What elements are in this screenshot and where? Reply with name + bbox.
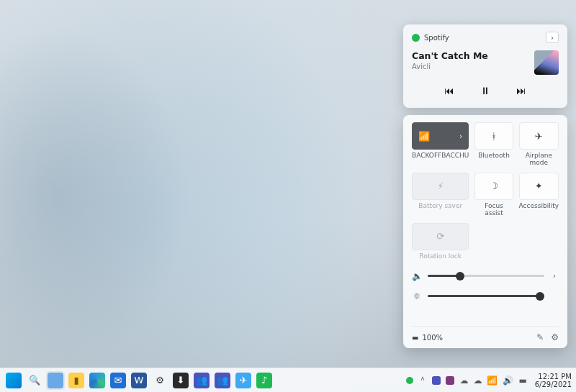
media-next-button[interactable]: ⏭ [516, 85, 526, 96]
taskbar-app-teams-alt[interactable]: 👥 [213, 371, 232, 390]
taskbar-app-explorer[interactable]: ▮ [67, 371, 86, 390]
tray-cloud-icon[interactable]: ☁ [473, 375, 482, 386]
qs-tile-accessibility[interactable]: ✦ [519, 173, 559, 200]
qs-tile-battery-saver: ⚡ [412, 173, 469, 200]
media-prev-button[interactable]: ⏮ [444, 85, 454, 96]
tray-volume-icon[interactable]: 🔊 [503, 375, 513, 386]
taskbar-app-mail[interactable]: ✉ [109, 371, 127, 390]
settings-button[interactable]: ⚙ [551, 332, 559, 342]
battery-icon: ▬ [412, 334, 418, 342]
taskbar-app-spotify[interactable]: ♪ [255, 371, 274, 390]
media-track-title: Can't Catch Me [412, 50, 527, 61]
qs-tile-label: Bluetooth [478, 152, 510, 160]
qs-tile-rotation-lock: ⟳ [412, 223, 469, 250]
media-expand-button[interactable]: › [546, 32, 559, 43]
chevron-right-icon[interactable]: › [550, 271, 559, 281]
taskbar-search-button[interactable]: 🔍 [25, 371, 44, 390]
taskbar-app-word[interactable]: W [130, 371, 148, 390]
media-pause-button[interactable]: ⏸ [480, 85, 490, 96]
brightness-slider[interactable]: ☼ [412, 291, 559, 301]
qs-tile-label: BACKOFFBACCHU [412, 152, 469, 160]
tray-onenote-icon[interactable] [446, 376, 454, 385]
rotation-lock-icon: ⟳ [436, 231, 444, 242]
quick-settings-panel: 📶›BACKOFFBACCHUᚼBluetooth✈Airplane mode⚡… [403, 115, 567, 348]
brightness-icon: ☼ [412, 291, 422, 301]
media-app-name: Spotify [424, 34, 449, 42]
taskbar-clock[interactable]: 12:21 PM 6/29/2021 [535, 373, 572, 388]
tray-spotify-icon[interactable] [406, 377, 413, 384]
tray-overflow-icon[interactable]: ＾ [418, 374, 427, 386]
qs-tile-airplane[interactable]: ✈ [519, 122, 559, 150]
spotify-icon [412, 34, 420, 42]
taskbar-start-button[interactable] [4, 371, 23, 390]
taskbar-tray: ＾ ☁ ☁ 📶 🔊 ▬ 12:21 PM 6/29/2021 [406, 373, 572, 388]
taskbar-app-teams[interactable]: 👥 [192, 371, 211, 390]
wifi-icon: 📶 [418, 131, 430, 142]
taskbar-app-store[interactable]: ⬇ [171, 371, 190, 390]
tray-onedrive-icon[interactable]: ☁ [459, 375, 468, 386]
taskbar: 🔍 ▮ ✉ W ⚙ ⬇ 👥 👥 ✈ ♪ ＾ ☁ ☁ 📶 🔊 ▬ 12:21 PM… [0, 368, 576, 392]
media-album-art [534, 50, 559, 75]
battery-percent: 100% [422, 334, 443, 342]
accessibility-icon: ✦ [535, 181, 543, 191]
qs-tile-label: Rotation lock [419, 253, 462, 261]
taskbar-app-settings[interactable]: ⚙ [150, 371, 169, 390]
tray-wifi-icon[interactable]: 📶 [487, 375, 498, 386]
moon-icon: ☽ [490, 181, 498, 191]
qs-tile-wifi[interactable]: 📶› [412, 122, 469, 150]
taskbar-app-chat[interactable]: ✈ [234, 371, 253, 390]
edit-quick-settings-button[interactable]: ✎ [536, 332, 544, 342]
taskbar-app-edge[interactable] [88, 371, 107, 390]
airplane-icon: ✈ [535, 131, 543, 142]
battery-saver-icon: ⚡ [437, 181, 444, 191]
taskbar-app-generic[interactable] [46, 371, 65, 390]
qs-tile-label: Battery saver [418, 203, 462, 211]
tray-teams-icon[interactable] [432, 376, 441, 385]
qs-tile-moon[interactable]: ☽ [474, 173, 513, 200]
qs-tile-label: Accessibility [519, 203, 559, 211]
qs-tile-label: Focus assist [474, 203, 513, 217]
chevron-right-icon: › [459, 132, 462, 141]
media-panel: Spotify › Can't Catch Me Avicli ⏮ ⏸ ⏭ [403, 24, 567, 108]
volume-icon: 🔈 [412, 271, 422, 281]
qs-tile-label: Airplane mode [519, 152, 559, 167]
qs-tile-bluetooth[interactable]: ᚼ [474, 122, 513, 150]
media-track-artist: Avicli [412, 63, 527, 70]
volume-slider[interactable]: 🔈 › [412, 271, 559, 281]
bluetooth-icon: ᚼ [491, 131, 497, 142]
tray-battery-icon[interactable]: ▬ [518, 375, 526, 386]
